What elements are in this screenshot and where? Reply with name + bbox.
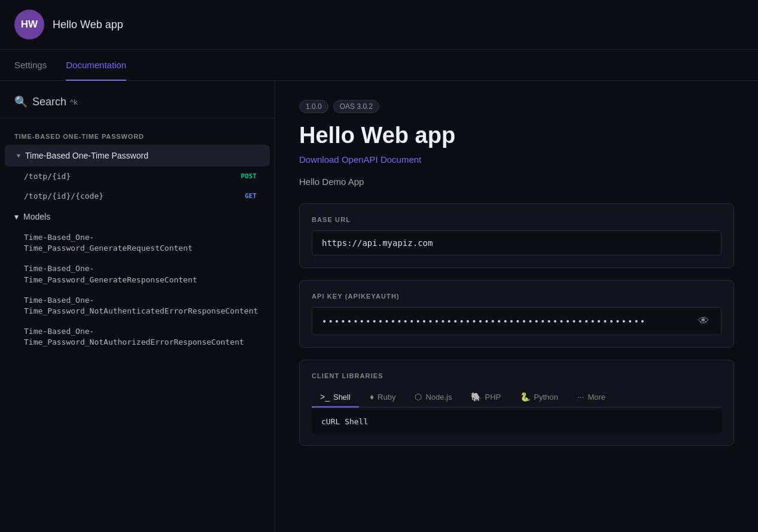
lib-tab-label: Node.js xyxy=(425,393,452,402)
lib-tab-ruby[interactable]: ♦ Ruby xyxy=(361,387,404,408)
base-url-card: BASE URL xyxy=(299,203,734,268)
route-item-post[interactable]: /totp/{id} POST xyxy=(0,166,275,186)
lib-tab-python[interactable]: 🐍 Python xyxy=(512,387,566,408)
method-badge-post: POST xyxy=(238,171,261,181)
client-libraries-card: CLIENT LIBRARIES >_ Shell ♦ Ruby ⬡ Node.… xyxy=(299,360,734,446)
lib-tab-nodejs[interactable]: ⬡ Node.js xyxy=(406,387,460,408)
section-header-totp: TIME-BASED ONE-TIME PASSWORD xyxy=(0,128,275,145)
shell-icon: >_ xyxy=(320,392,330,402)
nav-item-label: Time-Based One-Time Password xyxy=(25,151,148,160)
sidebar: 🔍 Search ^k TIME-BASED ONE-TIME PASSWORD… xyxy=(0,81,275,532)
lib-tab-label: Shell xyxy=(333,393,351,402)
app-name: Hello Web app xyxy=(53,19,123,31)
more-icon: ··· xyxy=(577,392,585,402)
search-shortcut: ^k xyxy=(70,98,78,107)
client-libraries-label: CLIENT LIBRARIES xyxy=(312,372,722,379)
model-list-item[interactable]: Time-Based_One-Time_Password_NotAuthenti… xyxy=(0,290,275,321)
base-url-input[interactable] xyxy=(312,230,722,256)
model-list-item[interactable]: Time-Based_One-Time_Password_NotAuthoriz… xyxy=(0,321,275,352)
nodejs-icon: ⬡ xyxy=(415,392,422,402)
api-key-label: API KEY (APIKEYAUTH) xyxy=(312,293,722,300)
lib-tabs: >_ Shell ♦ Ruby ⬡ Node.js 🐘 PHP 🐍 Py xyxy=(312,387,722,408)
main-layout: 🔍 Search ^k TIME-BASED ONE-TIME PASSWORD… xyxy=(0,81,758,532)
lib-tab-label: More xyxy=(587,393,605,402)
content-panel: 1.0.0 OAS 3.0.2 Hello Web app Download O… xyxy=(275,81,758,532)
lib-tab-shell[interactable]: >_ Shell xyxy=(312,387,359,408)
lib-tab-more[interactable]: ··· More xyxy=(569,387,614,408)
curl-preview: cURL Shell xyxy=(312,410,722,433)
model-list-item[interactable]: Time-Based_One-Time_Password_GenerateReq… xyxy=(0,227,275,259)
lib-tab-label: PHP xyxy=(485,393,501,402)
chevron-down-icon: ▾ xyxy=(17,151,20,160)
api-key-value: ••••••••••••••••••••••••••••••••••••••••… xyxy=(322,317,696,326)
ruby-icon: ♦ xyxy=(370,392,374,402)
tab-bar: Settings Documentation xyxy=(0,50,758,81)
models-label: Models xyxy=(23,212,50,221)
nav-item-models[interactable]: ▾ Models xyxy=(0,206,275,227)
app-description: Hello Demo App xyxy=(299,177,734,187)
lib-tab-label: Ruby xyxy=(378,393,395,402)
api-key-row: ••••••••••••••••••••••••••••••••••••••••… xyxy=(312,307,722,335)
oas-badge: OAS 3.0.2 xyxy=(333,100,379,113)
method-badge-get: GET xyxy=(241,191,260,201)
version-badge: 1.0.0 xyxy=(299,100,328,113)
toggle-api-key-button[interactable]: 👁 xyxy=(696,315,711,327)
app-heading: Hello Web app xyxy=(299,123,734,148)
tab-documentation[interactable]: Documentation xyxy=(66,50,126,81)
route-path: /totp/{id}/{code} xyxy=(24,191,103,200)
base-url-label: BASE URL xyxy=(312,216,722,223)
php-icon: 🐘 xyxy=(471,392,481,402)
search-area[interactable]: 🔍 Search ^k xyxy=(0,90,275,118)
chevron-down-icon: ▾ xyxy=(14,212,19,221)
route-item-get[interactable]: /totp/{id}/{code} GET xyxy=(0,186,275,206)
search-label: Search ^k xyxy=(32,96,78,108)
lib-tab-label: Python xyxy=(534,393,558,402)
model-list-item[interactable]: Time-Based_One-Time_Password_GenerateRes… xyxy=(0,259,275,290)
lib-tab-php[interactable]: 🐘 PHP xyxy=(462,387,509,408)
search-icon: 🔍 xyxy=(14,95,28,108)
badge-row: 1.0.0 OAS 3.0.2 xyxy=(299,100,734,113)
tab-settings[interactable]: Settings xyxy=(14,50,47,81)
route-path: /totp/{id} xyxy=(24,172,71,181)
python-icon: 🐍 xyxy=(520,392,530,402)
header: HW Hello Web app xyxy=(0,0,758,50)
api-key-card: API KEY (APIKEYAUTH) •••••••••••••••••••… xyxy=(299,280,734,348)
avatar: HW xyxy=(14,10,44,39)
nav-item-totp[interactable]: ▾ Time-Based One-Time Password xyxy=(5,145,270,166)
download-link[interactable]: Download OpenAPI Document xyxy=(299,154,734,165)
